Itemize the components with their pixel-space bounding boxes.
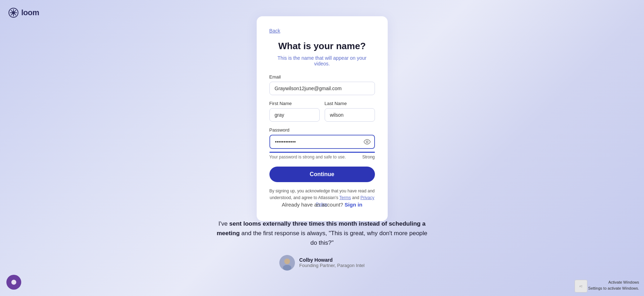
bottom-circle-button[interactable] — [6, 275, 21, 290]
password-strength-bar — [269, 152, 375, 153]
card-title: What is your name? — [269, 41, 375, 52]
first-name-label: First Name — [269, 101, 320, 106]
password-section: Password Your password is strong and saf… — [269, 127, 375, 159]
email-input[interactable] — [269, 82, 375, 95]
testimonial-text: I've sent looms externally three times t… — [216, 219, 428, 248]
password-strength-label: Strong — [362, 155, 375, 159]
loom-logo-icon — [8, 8, 18, 18]
signup-card: Back What is your name? This is the name… — [257, 16, 388, 221]
email-section: Email — [269, 74, 375, 95]
author-name: Colby Howard — [299, 257, 364, 263]
name-row: First Name Last Name — [269, 101, 375, 122]
last-name-label: Last Name — [325, 101, 375, 106]
last-name-col: Last Name — [325, 101, 375, 122]
terms-middle: and — [351, 195, 360, 200]
email-label: Email — [269, 74, 375, 80]
card-subtitle: This is the name that will appear on you… — [269, 55, 375, 66]
svg-point-9 — [283, 265, 291, 271]
password-hint-row: Your password is strong and safe to use.… — [269, 155, 375, 159]
svg-point-8 — [284, 259, 290, 264]
author-row: Colby Howard Founding Partner, Paragon I… — [216, 255, 428, 271]
terms-link[interactable]: Terms — [340, 195, 351, 200]
toggle-password-icon[interactable] — [364, 138, 371, 145]
sign-in-row: Already have an account? Sign in — [216, 202, 428, 208]
back-link[interactable]: Back — [269, 28, 280, 34]
below-card: Already have an account? Sign in I've se… — [216, 202, 428, 271]
svg-point-6 — [366, 141, 368, 143]
password-hint-text: Your password is strong and safe to use. — [269, 155, 346, 159]
password-input[interactable] — [269, 135, 375, 149]
first-name-col: First Name — [269, 101, 320, 122]
svg-point-5 — [12, 11, 15, 14]
author-avatar — [279, 255, 295, 271]
sign-in-link[interactable]: Sign in — [344, 202, 362, 208]
password-label: Password — [269, 127, 375, 133]
logo-label: loom — [21, 8, 39, 17]
already-account-text: Already have an account? — [282, 202, 343, 208]
bottom-circle-inner — [11, 280, 16, 285]
password-wrapper — [269, 135, 375, 149]
recaptcha-widget: rC — [575, 280, 587, 292]
logo: loom — [8, 8, 39, 18]
author-info: Colby Howard Founding Partner, Paragon I… — [299, 257, 364, 268]
last-name-input[interactable] — [325, 108, 375, 122]
continue-button[interactable]: Continue — [269, 167, 375, 182]
first-name-input[interactable] — [269, 108, 320, 122]
author-title: Founding Partner, Paragon Intel — [299, 263, 364, 268]
